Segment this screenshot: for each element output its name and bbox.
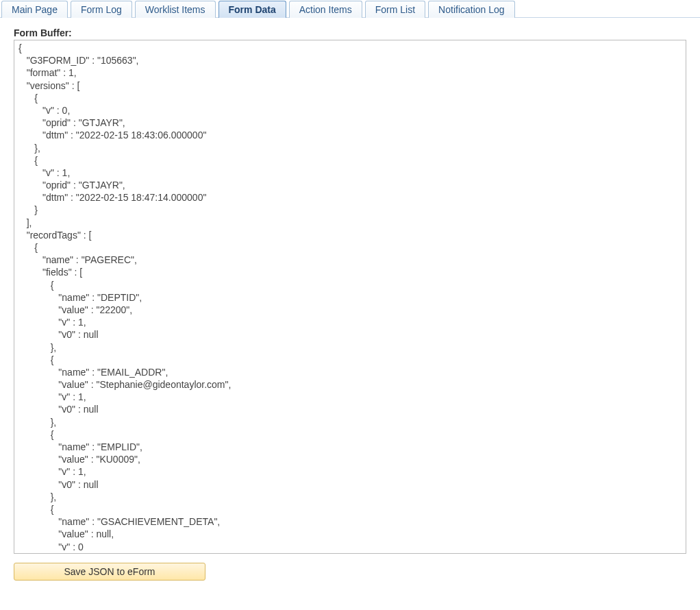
tab-form-log[interactable]: Form Log — [71, 1, 132, 18]
save-json-button[interactable]: Save JSON to eForm — [14, 563, 205, 581]
tab-bar: Main PageForm LogWorklist ItemsForm Data… — [0, 0, 700, 18]
form-buffer-textarea[interactable] — [14, 40, 686, 554]
tab-form-list[interactable]: Form List — [365, 1, 425, 18]
tab-main-page[interactable]: Main Page — [1, 1, 68, 18]
tab-action-items[interactable]: Action Items — [289, 1, 362, 18]
tab-form-data[interactable]: Form Data — [218, 1, 286, 18]
tab-worklist-items[interactable]: Worklist Items — [135, 1, 216, 18]
form-buffer-label: Form Buffer: — [14, 27, 686, 38]
tab-notification-log[interactable]: Notification Log — [428, 1, 515, 18]
